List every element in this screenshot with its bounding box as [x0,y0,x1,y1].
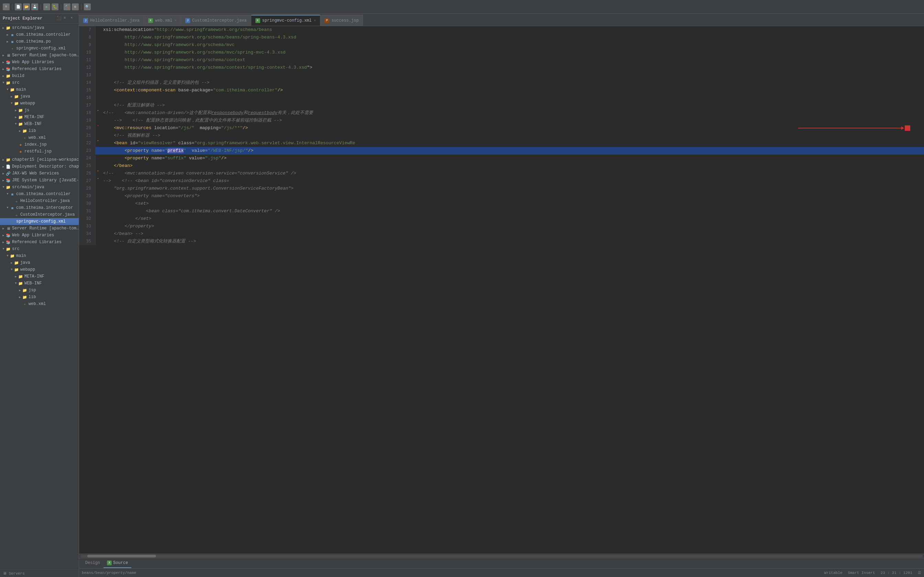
sidebar-item-jre[interactable]: ▶ 📚 JRE System Library [JavaSE-… [0,177,79,184]
sidebar-label: HelloController.java [20,198,70,203]
sidebar-item-meta-inf-2[interactable]: ▶ 📁 META-INF [0,273,79,280]
tab-springmvc-config[interactable]: X springmvc-config.xml × [251,15,321,26]
sidebar-item-jsp-2[interactable]: ▶ 📁 jsp [0,287,79,294]
sidebar-item-springmvc-xml[interactable]: ✦ springmvc-config.xml [0,45,79,52]
sidebar-item-controller[interactable]: ▶ ◼ com.itheima.controller [0,31,79,38]
sidebar-item-hello-controller[interactable]: ☕ HelloController.java [0,198,79,205]
folder-icon: 📁 [5,73,11,79]
tab-label: success.jsp [331,18,359,23]
sidebar-item-ref-libraries-1[interactable]: ▶ 📚 Referenced Libraries [0,66,79,73]
sidebar-item-springmvc-config-selected[interactable]: ✦ springmvc-config.xml [0,218,79,225]
sidebar-label: WEB-INF [24,281,42,286]
sidebar-item-deployment[interactable]: ▶ 📄 Deployment Descriptor: chap… [0,163,79,170]
status-menu[interactable]: ☰ [918,571,921,575]
tab-design[interactable]: Design [82,558,103,568]
sidebar-item-web-xml-2[interactable]: ✦ web.xml [0,301,79,308]
sidebar-item-po[interactable]: ▶ ◼ com.itheima.po [0,38,79,45]
sidebar-label: JAX-WS Web Services [12,171,59,176]
folder-icon: 📁 [18,280,23,286]
sidebar-settings-icon[interactable]: ≡ [64,16,69,21]
scroll-track[interactable] [81,555,922,558]
sidebar-item-web-xml[interactable]: ✦ web.xml [0,134,79,141]
sidebar-label: springmvc-config.xml [16,219,66,224]
sidebar-item-src-main-java-2[interactable]: ▼ 📁 src/main/java [0,184,79,191]
code-line-8: 8 http://www.springframework.org/schema/… [79,34,924,41]
arrow: ▼ [10,102,14,105]
new-file-icon[interactable]: 📄 [15,3,22,10]
sidebar-item-chapter15[interactable]: ▶ 📁 chapter15 [eclipse-workspace… [0,156,79,163]
sidebar-item-build[interactable]: ▶ 📁 build [0,73,79,79]
horizontal-scrollbar[interactable] [79,554,924,558]
sidebar-item-lib-2[interactable]: ▶ 📁 lib [0,294,79,301]
sidebar-item-ref-libraries-2[interactable]: ▶ 📚 Referenced Libraries [0,239,79,246]
xml-file-icon: ✦ [22,301,27,307]
tab-hello-controller[interactable]: J HelloController.java [79,15,144,26]
code-line-27: 27 • --> <!-- <bean id="conversionServic… [79,177,924,185]
tab-web-xml[interactable]: X web.xml × [144,15,181,26]
package-icon: ◼ [10,205,15,211]
sidebar-label: jsp [29,288,36,293]
sidebar-item-java[interactable]: ▶ 📁 java [0,93,79,100]
tab-success-jsp[interactable]: P success.jsp [320,15,363,26]
sidebar-item-server-2[interactable]: ▶ 🖥 Server Runtime [apache-tom… [0,225,79,232]
line-num-35: 35 [79,238,95,245]
code-line-31: 31 <bean class="com.itheima.convert.Date… [79,208,924,215]
code-line-22: 22 • <bean id="viewResolver" class="org.… [79,139,924,147]
line-content-21: <!-- 视图解析器 --> [100,132,924,139]
sidebar-item-meta-inf[interactable]: ▶ 📁 META-INF [0,114,79,121]
run-icon[interactable]: ▶ [43,3,50,10]
folder-icon: 📁 [5,184,11,190]
sidebar-collapse-icon[interactable]: ⬛ [57,16,62,21]
open-icon[interactable]: 📂 [23,3,30,10]
tab-close-springmvc[interactable]: × [314,19,316,23]
arrow: ▶ [2,178,5,182]
settings-icon[interactable]: ⚙ [72,3,79,10]
sidebar-item-web-inf[interactable]: ▼ 📁 WEB-INF [0,121,79,127]
folder-icon: 📁 [5,80,11,85]
sidebar-item-lib[interactable]: ▶ 📁 lib [0,127,79,134]
sidebar-item-src-3[interactable]: ▼ 📁 src [0,246,79,253]
tab-custom-interceptor[interactable]: J CustomInterceptor.java [181,15,251,26]
tab-close-web-xml[interactable]: × [174,19,177,23]
toolbar-sep-3 [61,3,61,10]
sidebar-item-webapp-libraries-2[interactable]: ▶ 📚 Web App Libraries [0,232,79,239]
sidebar-label: com.itheima.interceptor [16,205,73,210]
sidebar-close-icon[interactable]: × [71,16,76,21]
tab-source[interactable]: X Source [103,558,131,568]
menu-icon[interactable]: ≡ [3,3,10,10]
line-num-15: 15 [79,87,95,94]
folder-icon: 📁 [14,101,19,106]
line-num-16: 16 [79,94,95,102]
sidebar-item-js[interactable]: ▶ 📁 js [0,107,79,114]
sidebar-item-webapp-2[interactable]: ▼ 📁 webapp [0,266,79,273]
sidebar-item-restful-jsp[interactable]: ◈ restful.jsp [0,148,79,155]
sidebar-item-webapp[interactable]: ▼ 📁 webapp [0,100,79,107]
scroll-thumb[interactable] [87,555,156,558]
code-editor[interactable]: 7 xsi:schemaLocation="http://www.springf… [79,26,924,554]
sidebar-item-main[interactable]: ▼ 📁 main [0,86,79,93]
sidebar-item-src[interactable]: ▼ 📁 src [0,79,79,86]
sidebar-item-index-jsp[interactable]: ◈ index.jsp [0,141,79,148]
sidebar-servers[interactable]: 🖥 Servers [0,569,79,577]
code-line-14: 14 <!-- 定义组件扫描器，定义需要扫描的包 --> [79,79,924,87]
sidebar-item-webapp-libraries[interactable]: ▶ 📚 Web App Libraries [0,59,79,66]
debug-icon[interactable]: 🐛 [52,3,58,10]
arrow-head [901,126,904,130]
line-num-8: 8 [79,34,95,41]
sidebar-item-interceptor[interactable]: ▼ ◼ com.itheima.interceptor [0,205,79,211]
build-icon[interactable]: 🔨 [64,3,71,10]
sidebar-item-main-2[interactable]: ▼ 📁 main [0,253,79,259]
sidebar-item-jax-ws[interactable]: ▶ 🔗 JAX-WS Web Services [0,170,79,177]
save-icon[interactable]: 💾 [31,3,38,10]
search-icon[interactable]: 🔍 [84,3,91,10]
sidebar-item-java-2[interactable]: ▶ 📁 java [0,259,79,266]
line-content-31: <bean class="com.itheima.convert.DateCon… [100,208,924,215]
line-content-25: </bean> [100,162,924,170]
arrow: ▶ [2,226,5,230]
sidebar-item-web-inf-2[interactable]: ▼ 📁 WEB-INF [0,280,79,287]
sidebar-item-src-main-java[interactable]: ▶ 📁 src/main/java [0,24,79,31]
sidebar-item-custom-interceptor[interactable]: ☕ CustomInterceptor.java [0,211,79,218]
sidebar-label: Web App Libraries [12,60,54,64]
sidebar-item-server-runtime[interactable]: ▶ 🖥 Server Runtime [apache-tom… [0,52,79,59]
sidebar-item-controller-2[interactable]: ▼ ◼ com.itheima.controller [0,191,79,198]
